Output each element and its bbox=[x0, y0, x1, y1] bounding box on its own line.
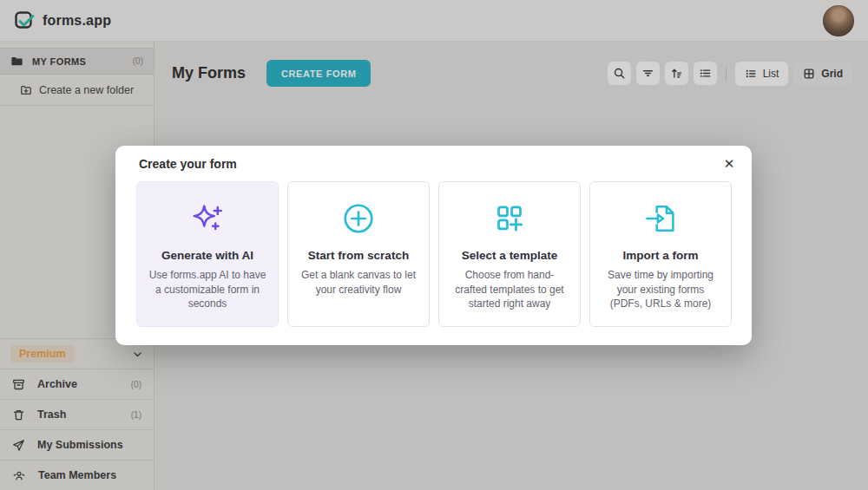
card-generate-with-ai[interactable]: Generate with AI Use forms.app AI to hav… bbox=[136, 181, 279, 327]
modal-title: Create your form bbox=[139, 157, 237, 171]
create-form-modal: Create your form ✕ Generate with AI Use … bbox=[115, 146, 752, 345]
card-description: Save time by importing your existing for… bbox=[601, 268, 720, 311]
card-description: Choose from hand-crafted templates to ge… bbox=[450, 268, 569, 311]
card-import-a-form[interactable]: Import a form Save time by importing you… bbox=[589, 181, 732, 327]
template-grid-icon bbox=[492, 200, 527, 237]
import-document-icon bbox=[643, 200, 678, 237]
card-title: Select a template bbox=[462, 249, 557, 262]
card-title: Start from scratch bbox=[308, 249, 409, 262]
forms-app-window: forms.app MY FORMS (0) Create a new fold… bbox=[0, 0, 868, 490]
card-title: Generate with AI bbox=[161, 249, 253, 262]
card-start-from-scratch[interactable]: Start from scratch Get a blank canvas to… bbox=[287, 181, 430, 327]
close-icon[interactable]: ✕ bbox=[719, 154, 740, 174]
card-select-a-template[interactable]: Select a template Choose from hand-craft… bbox=[438, 181, 581, 327]
card-title: Import a form bbox=[622, 249, 698, 262]
card-description: Get a blank canvas to let your creativit… bbox=[299, 268, 418, 297]
create-option-cards: Generate with AI Use forms.app AI to hav… bbox=[136, 181, 732, 327]
card-description: Use forms.app AI to have a customizable … bbox=[148, 268, 267, 311]
plus-circle-icon bbox=[341, 200, 376, 237]
ai-sparkle-icon bbox=[190, 200, 225, 237]
